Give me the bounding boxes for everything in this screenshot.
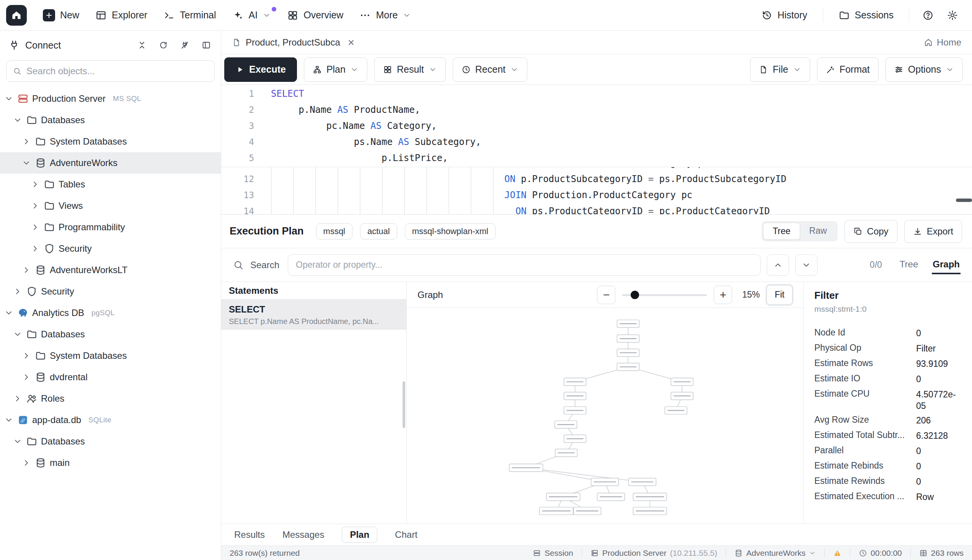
tree-item-views[interactable]: Views — [0, 195, 221, 217]
chevron-right-icon[interactable] — [22, 265, 32, 275]
topbar-explorer[interactable]: Explorer — [89, 5, 154, 26]
chevron-down-icon[interactable] — [4, 415, 14, 425]
statement-item[interactable]: SELECT SELECT p.Name AS ProductName, pc.… — [221, 300, 406, 330]
editor-scrollbar[interactable] — [956, 198, 972, 202]
tree-item-databases[interactable]: Databases — [0, 109, 221, 131]
chevron-right-icon[interactable] — [22, 137, 32, 146]
close-icon[interactable]: × — [348, 37, 355, 48]
session-status[interactable]: Session — [533, 548, 573, 558]
chevron-right-icon[interactable] — [13, 394, 23, 403]
next-match-button[interactable] — [795, 254, 817, 276]
chevron-right-icon[interactable] — [22, 458, 32, 467]
settings-button[interactable] — [942, 5, 963, 26]
refresh-button[interactable] — [159, 40, 168, 50]
chevron-right-icon[interactable] — [30, 180, 40, 189]
tree-item-databases[interactable]: Databases — [0, 323, 221, 345]
tree-item-security[interactable]: Security — [0, 281, 221, 302]
topbar-terminal[interactable]: Terminal — [157, 5, 223, 26]
chevron-right-icon[interactable] — [22, 373, 32, 382]
plan-node[interactable] — [597, 493, 625, 501]
tree-item-databases[interactable]: Databases — [0, 431, 221, 452]
help-button[interactable] — [918, 5, 938, 26]
sql-editor[interactable]: 1SELECT2 p.Name AS ProductName,3 pc.Name… — [221, 85, 972, 214]
format-button[interactable]: Format — [817, 57, 878, 82]
tree-item-dvdrental[interactable]: dvdrental — [0, 367, 221, 388]
file-button[interactable]: File — [750, 57, 810, 82]
plan-node[interactable] — [628, 478, 656, 486]
tree-item-security[interactable]: Security — [0, 238, 221, 259]
chevron-right-icon[interactable] — [22, 351, 32, 360]
zoom-out-button[interactable]: − — [597, 286, 615, 304]
tree-item-tables[interactable]: Tables — [0, 174, 221, 195]
plan-node[interactable] — [671, 378, 693, 385]
zoom-in-button[interactable]: + — [714, 286, 732, 304]
segment-raw[interactable]: Raw — [800, 223, 836, 240]
plan-node[interactable] — [555, 449, 578, 457]
prev-match-button[interactable] — [767, 254, 789, 276]
result-button[interactable]: Result — [374, 57, 446, 82]
warning-indicator[interactable] — [833, 549, 842, 557]
tree-item-main[interactable]: main — [0, 452, 221, 473]
tree-item-analytics-db[interactable]: Analytics DBpgSQL — [0, 302, 221, 323]
tree-item-production-server[interactable]: Production ServerMS SQL — [0, 88, 221, 109]
topbar-overview[interactable]: Overview — [280, 5, 350, 26]
chevron-right-icon[interactable] — [30, 201, 40, 210]
editor-tab[interactable]: Product, ProductSubca × — [228, 31, 358, 54]
plan-node[interactable] — [617, 363, 639, 371]
plan-node[interactable] — [591, 478, 619, 486]
tab-chart[interactable]: Chart — [395, 529, 418, 540]
tab-results[interactable]: Results — [234, 529, 265, 540]
database-status[interactable]: AdventureWorks — [734, 548, 816, 558]
execute-button[interactable]: Execute — [224, 57, 297, 82]
segment-tree[interactable]: Tree — [763, 223, 800, 240]
home-link[interactable]: Home — [924, 37, 961, 48]
chevron-down-icon[interactable] — [4, 94, 14, 103]
plan-node[interactable] — [564, 392, 586, 400]
plan-node[interactable] — [564, 378, 586, 385]
chevron-down-icon[interactable] — [13, 437, 23, 446]
plan-node[interactable] — [574, 507, 601, 515]
plan-node[interactable] — [665, 407, 687, 414]
panel-toggle-button[interactable] — [202, 40, 211, 50]
chevron-down-icon[interactable] — [4, 308, 14, 317]
topbar-more[interactable]: More — [352, 5, 418, 26]
plan-node[interactable] — [633, 493, 666, 501]
tree-item-adventureworkslt[interactable]: AdventureWorksLT — [0, 259, 221, 281]
plan-button[interactable]: Plan — [304, 57, 367, 82]
plan-node[interactable] — [555, 421, 577, 428]
plan-node[interactable] — [539, 507, 573, 515]
plan-node[interactable] — [617, 320, 639, 327]
chevron-down-icon[interactable] — [13, 115, 23, 125]
topbar-new[interactable]: New — [36, 5, 86, 26]
sidebar-search-input[interactable] — [27, 66, 208, 77]
chevron-right-icon[interactable] — [30, 223, 40, 232]
chevron-down-icon[interactable] — [13, 330, 23, 339]
zoom-slider[interactable] — [622, 286, 707, 304]
plan-view-graph[interactable]: Graph — [932, 256, 960, 274]
server-status[interactable]: Production Server (10.211.55.5) — [590, 548, 717, 558]
operator-search-input[interactable] — [296, 260, 753, 270]
plan-view-tree[interactable]: Tree — [899, 256, 919, 274]
options-button[interactable]: Options — [885, 57, 963, 82]
export-button[interactable]: Export — [904, 220, 962, 243]
recent-button[interactable]: Recent — [453, 57, 527, 82]
tab-messages[interactable]: Messages — [282, 529, 324, 540]
statements-scrollbar[interactable] — [402, 382, 405, 428]
plan-node[interactable] — [546, 493, 580, 501]
chevron-right-icon[interactable] — [30, 244, 40, 253]
chevron-down-icon[interactable] — [22, 158, 32, 168]
fit-button[interactable]: Fit — [767, 285, 793, 305]
tree-item-app-data-db[interactable]: app-data.dbSQLite — [0, 409, 221, 431]
plan-node[interactable] — [633, 507, 666, 515]
tree-item-adventureworks[interactable]: AdventureWorks — [0, 152, 221, 174]
collapse-all-button[interactable] — [137, 40, 147, 50]
tree-item-programmability[interactable]: Programmability — [0, 217, 221, 238]
plan-node[interactable] — [564, 407, 586, 414]
topbar-ai[interactable]: AI — [225, 5, 278, 26]
zoom-slider-knob[interactable] — [631, 291, 639, 299]
disconnect-button[interactable] — [180, 40, 189, 50]
topbar-history[interactable]: History — [754, 5, 814, 26]
plan-node[interactable] — [509, 464, 543, 472]
plan-graph-canvas[interactable] — [407, 308, 803, 524]
topbar-sessions[interactable]: Sessions — [832, 5, 900, 26]
